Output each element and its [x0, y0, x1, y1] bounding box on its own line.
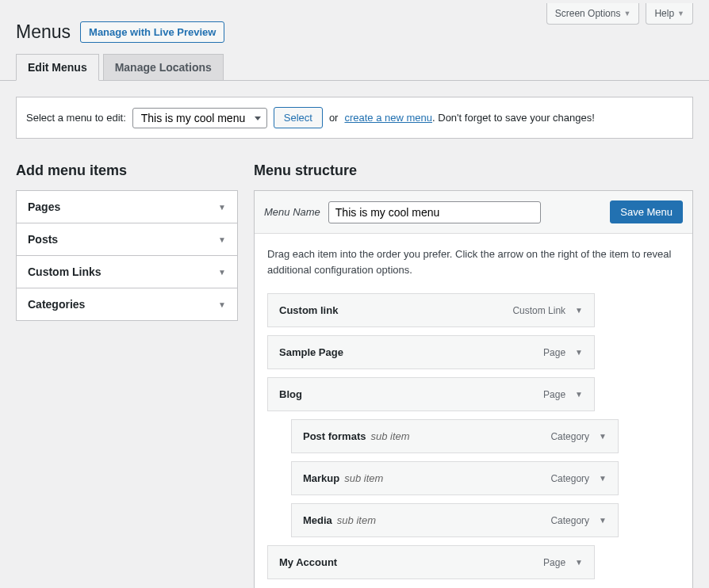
- menu-item[interactable]: Mediasub itemCategory▼: [291, 503, 619, 537]
- create-new-menu-link[interactable]: create a new menu: [344, 112, 432, 124]
- menu-item-title: Post formats: [303, 430, 366, 442]
- select-menu-label: Select a menu to edit:: [26, 112, 126, 124]
- menu-items-list: Custom linkCustom Link▼Sample PagePage▼B…: [267, 293, 680, 579]
- menu-structure-box: Menu Name Save Menu Drag each item into …: [254, 190, 693, 588]
- menu-name-label: Menu Name: [264, 206, 320, 218]
- accordion-label: Posts: [28, 233, 58, 246]
- reminder-text: . Don't forget to save your changes!: [432, 112, 595, 124]
- menu-item-title: Custom link: [279, 304, 338, 316]
- menu-item-title: Markup: [303, 472, 339, 484]
- chevron-down-icon: ▼: [218, 203, 226, 212]
- chevron-down-icon: ▼: [218, 235, 226, 244]
- menu-item[interactable]: Custom linkCustom Link▼: [267, 293, 595, 327]
- help-label: Help: [654, 8, 674, 19]
- menu-item-type: Page: [543, 347, 565, 358]
- chevron-down-icon: ▼: [623, 10, 630, 17]
- menu-item-title: Blog: [279, 388, 302, 400]
- chevron-down-icon: ▼: [218, 300, 226, 309]
- menu-item[interactable]: BlogPage▼: [267, 377, 595, 411]
- accordion-label: Custom Links: [28, 265, 102, 278]
- menu-item-type: Category: [550, 431, 589, 442]
- chevron-down-icon[interactable]: ▼: [599, 432, 607, 441]
- sub-item-label: sub item: [370, 430, 409, 442]
- add-items-heading: Add menu items: [16, 162, 238, 179]
- page-title: Menus: [16, 21, 71, 43]
- chevron-down-icon[interactable]: ▼: [575, 306, 583, 315]
- chevron-down-icon[interactable]: ▼: [575, 348, 583, 357]
- menu-item[interactable]: My AccountPage▼: [267, 545, 595, 579]
- chevron-down-icon[interactable]: ▼: [599, 516, 607, 525]
- help-button[interactable]: Help ▼: [646, 3, 693, 25]
- menu-item[interactable]: Sample PagePage▼: [267, 335, 595, 369]
- chevron-down-icon: ▼: [677, 10, 684, 17]
- menu-name-input[interactable]: [328, 201, 541, 223]
- menu-item-title: My Account: [279, 556, 337, 568]
- menu-item-title: Media: [303, 514, 332, 526]
- accordion-posts[interactable]: Posts ▼: [17, 223, 237, 256]
- save-menu-button[interactable]: Save Menu: [610, 200, 683, 223]
- sub-item-label: sub item: [344, 472, 383, 484]
- menu-item-title: Sample Page: [279, 346, 343, 358]
- tab-manage-locations[interactable]: Manage Locations: [103, 54, 224, 80]
- screen-options-label: Screen Options: [555, 8, 621, 19]
- chevron-down-icon[interactable]: ▼: [599, 474, 607, 483]
- accordion-custom-links[interactable]: Custom Links ▼: [17, 256, 237, 288]
- screen-options-button[interactable]: Screen Options ▼: [546, 3, 640, 25]
- menu-select-dropdown[interactable]: This is my cool menu: [132, 108, 267, 128]
- menu-item-type: Category: [550, 473, 589, 484]
- sub-item-label: sub item: [337, 514, 376, 526]
- instructions-text: Drag each item into the order you prefer…: [267, 246, 680, 277]
- accordion-categories[interactable]: Categories ▼: [17, 288, 237, 320]
- chevron-down-icon[interactable]: ▼: [575, 390, 583, 399]
- structure-heading: Menu structure: [254, 162, 693, 179]
- menu-selector-bar: Select a menu to edit: This is my cool m…: [16, 97, 693, 139]
- menu-item-type: Custom Link: [512, 305, 565, 316]
- accordion-label: Categories: [28, 298, 85, 311]
- tab-edit-menus[interactable]: Edit Menus: [16, 54, 99, 81]
- menu-item-type: Category: [550, 515, 589, 526]
- add-items-accordion: Pages ▼ Posts ▼ Custom Links ▼ Categorie…: [16, 190, 238, 321]
- menu-item-type: Page: [543, 389, 565, 400]
- menu-box-header: Menu Name Save Menu: [255, 191, 692, 234]
- menu-item-type: Page: [543, 557, 565, 568]
- chevron-down-icon: ▼: [218, 268, 226, 277]
- menu-item[interactable]: Post formatssub itemCategory▼: [291, 419, 619, 453]
- accordion-label: Pages: [28, 200, 60, 213]
- accordion-pages[interactable]: Pages ▼: [17, 191, 237, 223]
- or-text: or: [329, 112, 339, 124]
- chevron-down-icon[interactable]: ▼: [575, 558, 583, 567]
- live-preview-button[interactable]: Manage with Live Preview: [80, 21, 224, 43]
- menu-item[interactable]: Markupsub itemCategory▼: [291, 461, 619, 495]
- tabs: Edit Menus Manage Locations: [0, 54, 709, 81]
- select-button[interactable]: Select: [274, 107, 323, 128]
